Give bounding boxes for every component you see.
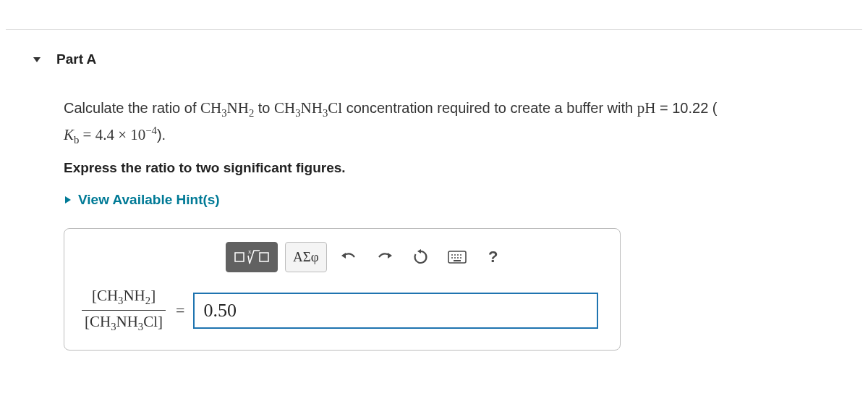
svg-point-13 — [460, 257, 461, 259]
expand-icon — [64, 195, 72, 205]
ratio-expression: [CH3NH2] [CH3NH3Cl] — [82, 287, 166, 334]
view-hints-link[interactable]: View Available Hint(s) — [64, 192, 862, 208]
help-button[interactable]: ? — [479, 242, 508, 272]
instruction-text: Express the ratio to two significant fig… — [64, 160, 862, 176]
prompt-tail: ). — [157, 127, 166, 143]
svg-point-11 — [454, 257, 456, 259]
prompt-mid1: to — [254, 100, 274, 116]
svg-point-8 — [457, 254, 459, 256]
ph-eq: = 10.22 ( — [655, 100, 717, 116]
svg-marker-0 — [33, 57, 41, 62]
svg-point-12 — [457, 257, 459, 259]
answer-panel: x ΑΣφ — [64, 228, 621, 351]
svg-point-7 — [454, 254, 456, 256]
collapse-icon — [32, 54, 42, 64]
svg-rect-2 — [235, 253, 244, 261]
equals-sign: = — [176, 301, 184, 320]
templates-button[interactable]: x — [226, 242, 278, 272]
ratio-denominator: [CH3NH3Cl] — [82, 311, 166, 334]
reset-icon — [413, 249, 429, 265]
prompt-mid2: concentration required to create a buffe… — [342, 100, 637, 116]
svg-text:x: x — [248, 248, 252, 255]
species-2: CH3NH3Cl — [274, 99, 342, 117]
keyboard-icon — [448, 251, 467, 264]
redo-icon — [376, 250, 393, 264]
svg-point-9 — [460, 254, 461, 256]
ratio-numerator: [CH3NH2] — [82, 287, 166, 311]
greek-button[interactable]: ΑΣφ — [285, 242, 327, 272]
kb-symbol: Kb — [64, 126, 79, 143]
answer-input[interactable] — [193, 293, 598, 329]
question-prompt: Calculate the ratio of CH3NH2 to CH3NH3C… — [64, 96, 830, 148]
svg-rect-4 — [260, 253, 268, 261]
undo-button[interactable] — [334, 242, 363, 272]
hint-label: View Available Hint(s) — [78, 192, 220, 208]
species-1: CH3NH2 — [200, 99, 254, 117]
svg-point-6 — [451, 254, 453, 256]
kb-eq: = 4.4 × 10 — [79, 126, 145, 143]
kb-exp: −4 — [145, 126, 157, 143]
undo-icon — [340, 250, 357, 264]
keyboard-button[interactable] — [443, 242, 472, 272]
reset-button[interactable] — [407, 242, 435, 272]
svg-rect-14 — [454, 260, 461, 261]
prompt-lead: Calculate the ratio of — [64, 100, 200, 116]
svg-marker-1 — [65, 196, 71, 204]
part-header[interactable]: Part A — [6, 30, 862, 96]
svg-point-10 — [451, 257, 453, 259]
redo-button[interactable] — [370, 242, 399, 272]
equation-toolbar: x ΑΣφ — [226, 242, 607, 272]
part-label: Part A — [56, 51, 96, 67]
ph-symbol: pH — [637, 99, 656, 117]
